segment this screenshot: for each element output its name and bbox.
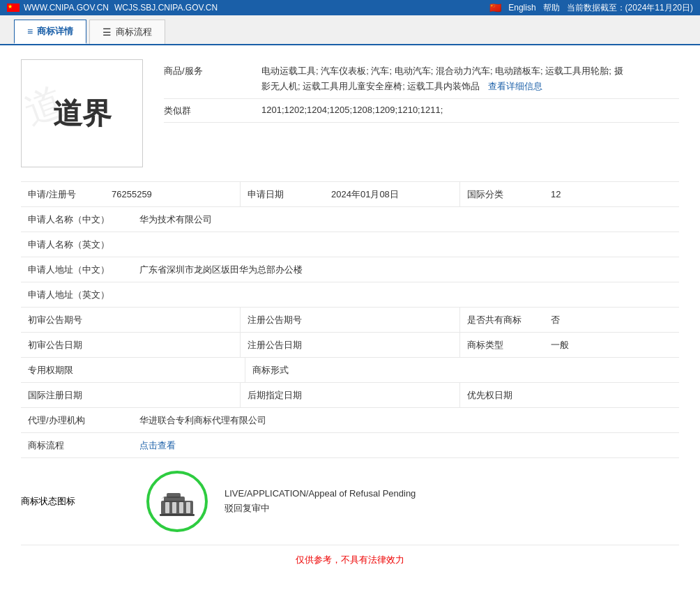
applicant-cn-cell: 申请人名称（中文） 华为技术有限公司 (21, 207, 679, 232)
info-row-3: 申请人名称（英文） (21, 232, 679, 257)
status-text-sub: 驳回复审中 (225, 502, 416, 515)
info-row-5: 申请人地址（英文） (21, 282, 679, 308)
similar-group-label: 类似群 (164, 103, 261, 117)
help-link[interactable]: 帮助 (543, 2, 560, 14)
applicant-en-cell: 申请人名称（英文） (21, 232, 679, 257)
reg-no-value: 76255259 (112, 189, 233, 199)
agent-label: 代理/办理机构 (28, 414, 139, 427)
prelim-notice-date-label: 初审公告日期 (28, 339, 112, 351)
exclusive-period-label: 专用权期限 (28, 364, 112, 377)
english-link[interactable]: English (508, 3, 535, 13)
applicant-en-label: 申请人名称（英文） (28, 238, 139, 251)
tab-detail-icon: ≡ (27, 26, 33, 37)
exclusive-period-cell: 专用权期限 (21, 358, 245, 382)
goods-services-link[interactable]: 查看详细信息 (488, 81, 542, 91)
site1-link[interactable]: WWW.CNIPA.GOV.CN (24, 3, 109, 13)
info-row-7: 初审公告日期 注册公告日期 商标类型 一般 (21, 333, 679, 358)
tabs-bar: ≡ 商标详情 ☰ 商标流程 (0, 15, 700, 45)
trademark-form-cell: 商标形式 (245, 358, 679, 382)
shared-trademark-cell: 是否共有商标 否 (460, 308, 679, 332)
info-row-9: 国际注册日期 后期指定日期 优先权日期 (21, 383, 679, 408)
address-en-label: 申请人地址（英文） (28, 289, 139, 301)
shared-trademark-value: 否 (551, 314, 672, 326)
info-grid: 申请/注册号 76255259 申请日期 2024年01月08日 国际分类 12… (21, 181, 679, 458)
prelim-notice-no-label: 初审公告期号 (28, 314, 112, 326)
status-label: 商标状态图标 (21, 495, 119, 508)
status-section: 商标状态图标 (21, 458, 679, 545)
similar-group-value: 1201;1202;1204;1205;1208;1209;1210;1211; (261, 103, 679, 118)
info-row-10: 代理/办理机构 华进联合专利商标代理有限公司 (21, 408, 679, 433)
svg-rect-3 (165, 502, 169, 513)
trademark-form-label: 商标形式 (252, 364, 336, 377)
trademark-type-cell: 商标类型 一般 (460, 333, 679, 357)
applicant-cn-label: 申请人名称（中文） (28, 213, 139, 226)
info-row-4: 申请人地址（中文） 广东省深圳市龙岗区坂田华为总部办公楼 (21, 257, 679, 282)
main-content: 道 道界 商品/服务 电动运载工具; 汽车仪表板; 汽车; 电动汽车; 混合动力… (0, 45, 700, 589)
goods-services-text: 电动运载工具; 汽车仪表板; 汽车; 电动汽车; 混合动力汽车; 电动踏板车; … (261, 66, 623, 91)
trademark-image-main-text: 道界 (53, 94, 112, 133)
trademark-image: 道 道界 (21, 59, 143, 167)
reg-no-cell: 申请/注册号 76255259 (21, 182, 241, 206)
applicant-cn-value: 华为技术有限公司 (139, 213, 672, 226)
svg-rect-4 (172, 502, 176, 513)
prelim-notice-date-cell: 初审公告日期 (21, 333, 241, 357)
svg-rect-6 (186, 502, 190, 513)
trademark-type-label: 商标类型 (467, 339, 551, 351)
info-row-11: 商标流程 点击查看 (21, 433, 679, 458)
reg-notice-date-cell: 注册公告日期 (241, 333, 460, 357)
process-link[interactable]: 点击查看 (139, 439, 176, 452)
tab-process-icon: ☰ (102, 26, 112, 38)
intl-reg-date-label: 国际注册日期 (28, 389, 112, 402)
info-row-8: 专用权期限 商标形式 (21, 358, 679, 383)
priority-date-cell: 优先权日期 (460, 383, 679, 407)
later-designation-date-label: 后期指定日期 (248, 389, 331, 402)
svg-rect-5 (179, 502, 183, 513)
svg-rect-2 (167, 493, 181, 498)
status-content: LIVE/APPLICATION/Appeal of Refusal Pendi… (146, 471, 416, 532)
data-date: 当前数据截至：(2024年11月20日) (567, 2, 693, 14)
address-en-cell: 申请人地址（英文） (21, 282, 679, 307)
similar-group-row: 类似群 1201;1202;1204;1205;1208;1209;1210;1… (164, 99, 679, 123)
trademark-type-value: 一般 (551, 339, 672, 351)
address-cn-label: 申请人地址（中文） (28, 264, 139, 276)
priority-date-label: 优先权日期 (467, 389, 551, 402)
status-svg-icon (157, 481, 197, 522)
agent-cell: 代理/办理机构 华进联合专利商标代理有限公司 (21, 408, 679, 432)
site2-link[interactable]: WCJS.SBJ.CNIPA.GOV.CN (114, 3, 218, 13)
flag-icon-right: 🇨🇳 (489, 2, 501, 13)
process-cell: 商标流程 点击查看 (21, 433, 679, 457)
info-row-2: 申请人名称（中文） 华为技术有限公司 (21, 207, 679, 232)
svg-rect-7 (160, 514, 195, 516)
info-row-1: 申请/注册号 76255259 申请日期 2024年01月08日 国际分类 12 (21, 182, 679, 207)
process-label: 商标流程 (28, 439, 139, 452)
app-date-cell: 申请日期 2024年01月08日 (241, 182, 460, 206)
top-bar: WWW.CNIPA.GOV.CN WCJS.SBJ.CNIPA.GOV.CN 🇨… (0, 0, 700, 15)
address-cn-cell: 申请人地址（中文） 广东省深圳市龙岗区坂田华为总部办公楼 (21, 257, 679, 282)
status-text-block: LIVE/APPLICATION/Appeal of Refusal Pendi… (225, 488, 416, 515)
later-designation-date-cell: 后期指定日期 (241, 383, 460, 407)
app-date-value: 2024年01月08日 (331, 188, 452, 201)
info-row-6: 初审公告期号 注册公告期号 是否共有商标 否 (21, 308, 679, 333)
intl-class-value: 12 (551, 189, 672, 199)
tab-detail[interactable]: ≡ 商标详情 (14, 20, 86, 44)
disclaimer: 仅供参考，不具有法律效力 (21, 545, 679, 575)
status-text-main: LIVE/APPLICATION/Appeal of Refusal Pendi… (225, 488, 416, 499)
address-cn-value: 广东省深圳市龙岗区坂田华为总部办公楼 (139, 264, 672, 276)
intl-class-cell: 国际分类 12 (460, 182, 679, 206)
goods-services-value: 电动运载工具; 汽车仪表板; 汽车; 电动汽车; 混合动力汽车; 电动踏板车; … (261, 63, 631, 94)
reg-no-label: 申请/注册号 (28, 188, 112, 201)
top-bar-right: 🇨🇳 English 帮助 当前数据截至：(2024年11月20日) (489, 2, 693, 14)
intl-reg-date-cell: 国际注册日期 (21, 383, 241, 407)
goods-services-label: 商品/服务 (164, 63, 261, 77)
trademark-details: 商品/服务 电动运载工具; 汽车仪表板; 汽车; 电动汽车; 混合动力汽车; 电… (164, 59, 679, 123)
app-date-label: 申请日期 (248, 188, 331, 201)
trademark-header: 道 道界 商品/服务 电动运载工具; 汽车仪表板; 汽车; 电动汽车; 混合动力… (21, 59, 679, 167)
top-bar-left: WWW.CNIPA.GOV.CN WCJS.SBJ.CNIPA.GOV.CN (7, 3, 218, 13)
reg-notice-no-cell: 注册公告期号 (241, 308, 460, 332)
intl-class-label: 国际分类 (467, 188, 551, 201)
tab-process[interactable]: ☰ 商标流程 (89, 20, 165, 44)
status-icon-circle (146, 471, 208, 532)
goods-services-row: 商品/服务 电动运载工具; 汽车仪表板; 汽车; 电动汽车; 混合动力汽车; 电… (164, 59, 679, 99)
flag-icon (7, 3, 20, 12)
tab-process-label: 商标流程 (116, 26, 152, 38)
